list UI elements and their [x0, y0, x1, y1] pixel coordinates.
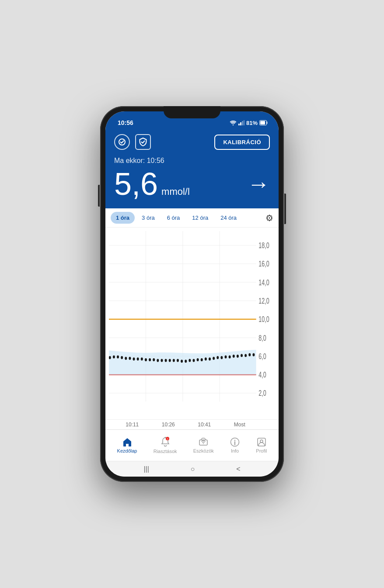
- svg-point-44: [197, 358, 199, 361]
- svg-point-46: [205, 357, 207, 360]
- svg-point-35: [161, 359, 163, 362]
- svg-point-33: [153, 358, 155, 361]
- svg-point-23: [113, 355, 115, 358]
- time-label-1: 10:11: [126, 422, 139, 428]
- tab-1-hour[interactable]: 1 óra: [111, 212, 135, 224]
- header-top: KALIBRÁCIÓ: [114, 134, 270, 150]
- svg-point-48: [213, 357, 215, 360]
- chart-area: 1 óra 3 óra 6 óra 12 óra 24 óra ⚙: [105, 208, 279, 429]
- header-area: KALIBRÁCIÓ Ma ekkor: 10:56 5,6 mmol/l →: [105, 131, 279, 208]
- svg-rect-3: [242, 121, 243, 125]
- shield-check-icon[interactable]: [135, 134, 151, 150]
- svg-point-72: [203, 443, 204, 444]
- chart-settings-button[interactable]: ⚙: [265, 213, 273, 223]
- time-label-3: 10:41: [198, 422, 211, 428]
- svg-point-77: [260, 440, 263, 443]
- nav-devices[interactable]: Eszközök: [190, 436, 217, 455]
- svg-point-52: [229, 355, 231, 358]
- chart-container: 18,0 16,0 14,0 12,0 10,0 8,0 6,0 4,0 2,0: [105, 228, 279, 419]
- svg-text:18,0: 18,0: [258, 241, 269, 250]
- tab-12-hour[interactable]: 12 óra: [187, 212, 213, 224]
- info-icon: [230, 437, 240, 447]
- svg-text:6,0: 6,0: [258, 352, 266, 361]
- tab-6-hour[interactable]: 6 óra: [162, 212, 185, 224]
- svg-point-68: [164, 437, 166, 438]
- battery-icon: [259, 120, 268, 125]
- svg-point-47: [209, 357, 211, 360]
- status-right-icons: 81%: [230, 120, 268, 126]
- svg-text:10,0: 10,0: [258, 315, 269, 324]
- trend-arrow: →: [247, 173, 270, 195]
- glucose-value: 5,6: [114, 168, 158, 200]
- svg-rect-4: [244, 120, 244, 125]
- chart-time-labels: 10:11 10:26 10:41 Most: [105, 419, 279, 429]
- svg-point-53: [233, 355, 235, 358]
- svg-point-22: [109, 356, 111, 359]
- status-time: 10:56: [116, 119, 133, 126]
- svg-point-36: [165, 359, 167, 362]
- svg-point-28: [133, 357, 135, 360]
- check-circle-icon[interactable]: [114, 134, 130, 150]
- time-label-2: 10:26: [162, 422, 175, 428]
- chart-tabs: 1 óra 3 óra 6 óra 12 óra 24 óra ⚙: [105, 208, 279, 228]
- reading-value: 5,6 mmol/l: [114, 168, 190, 200]
- nav-profile-label: Profil: [256, 448, 267, 453]
- svg-point-26: [125, 357, 127, 360]
- svg-text:16,0: 16,0: [258, 259, 269, 268]
- home-indicator-area: ||| ○ <: [105, 461, 279, 477]
- svg-point-32: [149, 358, 151, 361]
- svg-point-27: [129, 357, 131, 360]
- svg-point-56: [244, 354, 247, 357]
- glucose-unit: mmol/l: [161, 186, 190, 197]
- bottom-nav: Kezdőlap ! Riasztások: [105, 429, 279, 461]
- home-icon: [122, 437, 133, 447]
- svg-point-51: [225, 355, 227, 358]
- battery-percent: 81%: [246, 120, 258, 126]
- svg-point-41: [185, 360, 187, 363]
- svg-point-0: [233, 125, 234, 125]
- recent-apps-indicator[interactable]: |||: [143, 465, 149, 473]
- nav-devices-label: Eszközök: [193, 448, 214, 453]
- nav-alerts[interactable]: ! Riasztások: [150, 435, 181, 456]
- svg-rect-2: [240, 122, 241, 125]
- calibration-button[interactable]: KALIBRÁCIÓ: [214, 135, 270, 150]
- reading-time: Ma ekkor: 10:56: [114, 157, 270, 165]
- signal-icon: [238, 120, 244, 125]
- nav-profile[interactable]: Profil: [252, 436, 270, 455]
- svg-point-38: [173, 359, 175, 362]
- svg-point-54: [237, 355, 239, 358]
- devices-icon: [198, 437, 209, 447]
- profile-icon: [257, 437, 266, 447]
- svg-point-45: [201, 358, 203, 361]
- svg-point-24: [117, 355, 119, 358]
- power-button: [284, 194, 286, 224]
- svg-point-50: [220, 356, 223, 359]
- svg-text:12,0: 12,0: [258, 297, 269, 305]
- svg-point-29: [137, 357, 139, 360]
- svg-point-37: [169, 359, 171, 362]
- header-icons: [114, 134, 151, 150]
- svg-point-58: [252, 353, 255, 356]
- wifi-icon: [230, 120, 237, 125]
- tab-3-hour[interactable]: 3 óra: [136, 212, 160, 224]
- svg-point-57: [248, 353, 251, 356]
- svg-text:8,0: 8,0: [258, 333, 266, 342]
- nav-alerts-label: Riasztások: [154, 449, 177, 454]
- phone-frame: 10:56 81%: [100, 106, 284, 482]
- svg-point-39: [177, 359, 179, 362]
- svg-point-40: [181, 360, 183, 363]
- svg-text:14,0: 14,0: [258, 278, 269, 287]
- nav-info[interactable]: Info: [227, 436, 243, 455]
- home-button-indicator[interactable]: ○: [191, 465, 195, 473]
- nav-home[interactable]: Kezdőlap: [114, 436, 141, 455]
- svg-point-30: [141, 357, 143, 360]
- nav-info-label: Info: [231, 448, 239, 453]
- svg-point-43: [192, 359, 195, 362]
- svg-point-42: [189, 359, 191, 362]
- svg-rect-1: [238, 124, 240, 125]
- back-button-indicator[interactable]: <: [236, 465, 240, 473]
- glucose-chart: 18,0 16,0 14,0 12,0 10,0 8,0 6,0 4,0 2,0: [109, 231, 279, 416]
- tab-24-hour[interactable]: 24 óra: [215, 212, 242, 224]
- nav-home-label: Kezdőlap: [117, 448, 137, 453]
- time-label-most: Most: [234, 422, 245, 428]
